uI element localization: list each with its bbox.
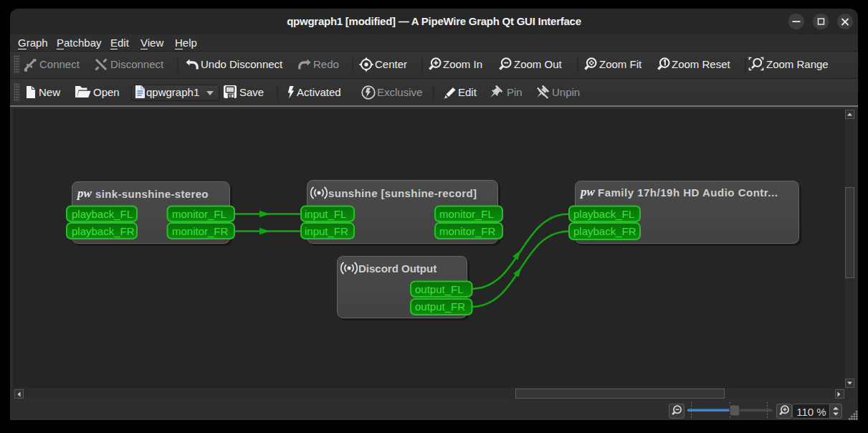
svg-text:playback_FR: playback_FR	[72, 225, 135, 237]
svg-text:monitor_FL: monitor_FL	[172, 208, 226, 220]
svg-text:monitor_FR: monitor_FR	[172, 225, 229, 237]
svg-text:playback_FL: playback_FL	[573, 208, 634, 220]
svg-text:Family 17h/19h HD Audio Contr.: Family 17h/19h HD Audio Contr...	[598, 186, 778, 199]
svg-text:output_FR: output_FR	[415, 300, 465, 313]
svg-text:pw: pw	[579, 185, 596, 199]
svg-text:input_FR: input_FR	[305, 225, 348, 237]
svg-text:monitor_FL: monitor_FL	[439, 208, 494, 220]
svg-text:Discord Output: Discord Output	[358, 262, 437, 275]
svg-text:playback_FL: playback_FL	[72, 208, 133, 220]
svg-text:sunshine [sunshine-record]: sunshine [sunshine-record]	[328, 187, 477, 199]
svg-text:pw: pw	[76, 186, 92, 200]
svg-text:input_FL: input_FL	[305, 208, 346, 220]
svg-text:playback_FR: playback_FR	[573, 225, 636, 237]
svg-text:sink-sunshine-stereo: sink-sunshine-stereo	[95, 188, 209, 200]
svg-text:monitor_FR: monitor_FR	[439, 225, 496, 237]
svg-text:output_FL: output_FL	[415, 283, 464, 295]
